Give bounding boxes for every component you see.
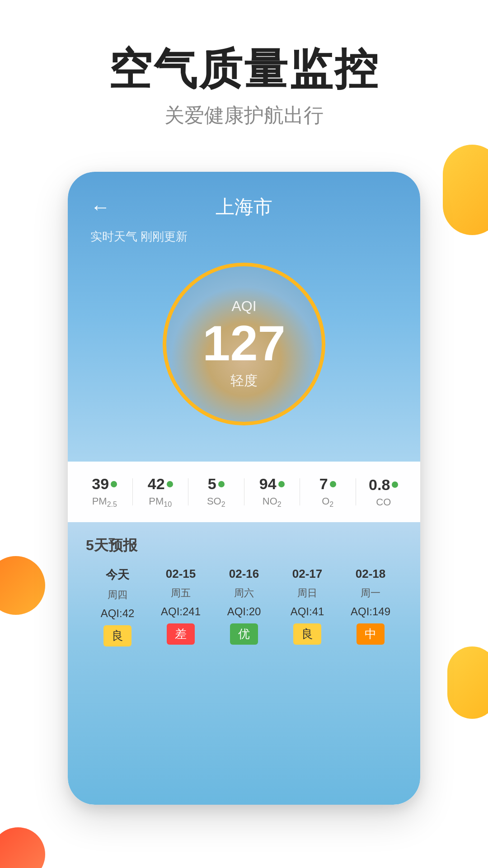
- app-content: ← 上海市 实时天气 刚刚更新 AQI 127 轻度 39: [68, 172, 420, 805]
- aqi-description: 轻度: [230, 372, 258, 390]
- pollutant-pm10-name: PM10: [149, 495, 172, 509]
- forecast-0215-week: 周五: [171, 586, 191, 600]
- forecast-today-week: 周四: [108, 588, 127, 602]
- forecast-0218-name: 02-18: [356, 567, 386, 581]
- deco-yellow-bottom-right: [447, 646, 488, 719]
- pollutant-so2-name: SO2: [207, 495, 225, 509]
- deco-orange-top-right: [443, 145, 488, 235]
- pollutant-pm25-dot: [111, 481, 117, 487]
- forecast-0216-week: 周六: [234, 586, 254, 600]
- nav-bar: ← 上海市: [90, 194, 398, 220]
- forecast-today-badge: 良: [103, 625, 131, 646]
- pollutant-co-name: CO: [376, 496, 391, 508]
- forecast-today-name: 今天: [106, 567, 129, 583]
- pollutant-o2-name: O2: [322, 495, 333, 509]
- page-header: 空气质量监控 关爱健康护航出行: [0, 0, 488, 156]
- forecast-day-0215: 02-15 周五 AQI:241 差: [149, 567, 212, 646]
- forecast-0218-badge: 中: [357, 623, 385, 645]
- pollutant-no2: 94 NO2: [244, 475, 300, 509]
- deco-red-bottom-left: [0, 827, 45, 868]
- forecast-0217-week: 周日: [297, 586, 317, 600]
- page-subtitle: 关爱健康护航出行: [0, 102, 488, 129]
- pollutant-co: 0.8 CO: [356, 476, 412, 508]
- pollutant-o2-dot: [330, 481, 336, 487]
- aqi-circle-container: AQI 127 轻度: [90, 263, 398, 425]
- forecast-0216-badge: 优: [230, 623, 258, 645]
- pollutant-pm25-value: 39: [92, 475, 117, 493]
- forecast-0215-aqi: AQI:241: [161, 605, 201, 618]
- forecast-0218-aqi: AQI:149: [351, 605, 390, 618]
- aqi-value: 127: [202, 318, 286, 368]
- pollutant-pm10: 42 PM10: [133, 475, 188, 509]
- update-status: 实时天气 刚刚更新: [90, 229, 398, 245]
- forecast-section: 5天预报 今天 周四 AQI:42 良 02-15 周五 AQI:241 差 0…: [68, 522, 420, 805]
- forecast-0217-badge: 良: [293, 623, 321, 645]
- forecast-0216-name: 02-16: [229, 567, 259, 581]
- aqi-circle: AQI 127 轻度: [163, 263, 325, 425]
- forecast-grid: 今天 周四 AQI:42 良 02-15 周五 AQI:241 差 02-16 …: [86, 567, 402, 646]
- forecast-title: 5天预报: [86, 522, 402, 567]
- forecast-0215-badge: 差: [167, 623, 195, 645]
- forecast-day-today: 今天 周四 AQI:42 良: [86, 567, 149, 646]
- forecast-0215-name: 02-15: [166, 567, 196, 581]
- phone-mockup: ← 上海市 实时天气 刚刚更新 AQI 127 轻度 39: [68, 172, 420, 805]
- pollutant-no2-dot: [278, 481, 285, 487]
- page-title: 空气质量监控: [0, 45, 488, 93]
- forecast-today-aqi: AQI:42: [101, 607, 135, 620]
- pollutant-so2-dot: [218, 481, 225, 487]
- pollutant-so2: 5 SO2: [188, 475, 244, 509]
- pollutant-o2: 7 O2: [300, 475, 356, 509]
- pollutant-no2-value: 94: [259, 475, 285, 493]
- pollutant-pm10-value: 42: [148, 475, 173, 493]
- forecast-0217-aqi: AQI:41: [291, 605, 324, 618]
- app-top-section: ← 上海市 实时天气 刚刚更新 AQI 127 轻度: [68, 172, 420, 462]
- pollutant-pm25-name: PM2.5: [92, 495, 117, 509]
- back-button[interactable]: ←: [90, 196, 110, 218]
- pollutant-pm25: 39 PM2.5: [77, 475, 132, 509]
- pollutant-o2-value: 7: [319, 475, 336, 493]
- aqi-label: AQI: [231, 298, 256, 315]
- city-name: 上海市: [216, 194, 272, 220]
- pollutant-co-dot: [392, 481, 398, 488]
- pollutants-row: 39 PM2.5 42 PM10 5 SO2: [68, 462, 420, 522]
- forecast-0218-week: 周一: [361, 586, 380, 600]
- pollutant-co-value: 0.8: [369, 476, 398, 494]
- forecast-0217-name: 02-17: [292, 567, 323, 581]
- forecast-day-0217: 02-17 周日 AQI:41 良: [276, 567, 339, 646]
- forecast-day-0216: 02-16 周六 AQI:20 优: [212, 567, 276, 646]
- forecast-0216-aqi: AQI:20: [227, 605, 261, 618]
- pollutant-no2-name: NO2: [263, 495, 282, 509]
- pollutant-pm10-dot: [167, 481, 173, 487]
- deco-orange-bottom-left: [0, 556, 45, 615]
- forecast-day-0218: 02-18 周一 AQI:149 中: [339, 567, 402, 646]
- pollutant-so2-value: 5: [208, 475, 225, 493]
